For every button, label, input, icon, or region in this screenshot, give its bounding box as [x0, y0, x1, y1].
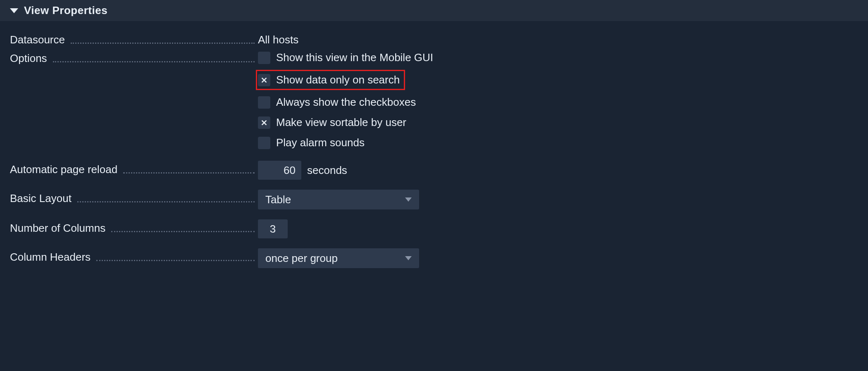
- row-num-columns: Number of Columns: [10, 219, 858, 238]
- panel-header[interactable]: View Properties: [0, 0, 868, 21]
- layout-select[interactable]: Table: [258, 190, 419, 209]
- checkbox[interactable]: [258, 74, 270, 86]
- columns-input[interactable]: [258, 219, 288, 238]
- dot-leader: [71, 36, 255, 44]
- option-label: Always show the checkboxes: [276, 96, 416, 109]
- checkbox[interactable]: [258, 52, 270, 64]
- dot-leader: [77, 195, 255, 203]
- headers-label: Column Headers: [10, 251, 91, 264]
- row-options: Options Show this view in the Mobile GUI…: [10, 50, 858, 151]
- reload-label: Automatic page reload: [10, 163, 117, 176]
- layout-select-value: Table: [265, 193, 291, 206]
- option-row: Show data only on search: [256, 70, 405, 90]
- panel-title: View Properties: [24, 4, 107, 17]
- checkbox[interactable]: [258, 117, 270, 129]
- dot-leader: [53, 55, 255, 63]
- collapse-icon: [10, 8, 18, 13]
- options-label: Options: [10, 52, 47, 65]
- row-basic-layout: Basic Layout Table: [10, 190, 858, 209]
- x-icon: [260, 119, 268, 126]
- chevron-down-icon: [405, 197, 412, 202]
- option-label: Make view sortable by user: [276, 116, 406, 129]
- option-label: Play alarm sounds: [276, 136, 365, 149]
- layout-label: Basic Layout: [10, 192, 72, 205]
- datasource-value: All hosts: [258, 31, 858, 46]
- reload-unit: seconds: [307, 164, 347, 177]
- dot-leader: [96, 253, 255, 262]
- checkbox[interactable]: [258, 137, 270, 149]
- option-row: Play alarm sounds: [258, 135, 858, 151]
- row-page-reload: Automatic page reload seconds: [10, 161, 858, 180]
- option-label: Show this view in the Mobile GUI: [276, 51, 433, 64]
- headers-select-value: once per group: [265, 252, 338, 265]
- row-column-headers: Column Headers once per group: [10, 248, 858, 268]
- datasource-label: Datasource: [10, 33, 65, 46]
- option-row: Make view sortable by user: [258, 114, 858, 131]
- option-label: Show data only on search: [276, 74, 400, 86]
- chevron-down-icon: [405, 256, 412, 260]
- checkbox[interactable]: [258, 96, 270, 109]
- columns-label: Number of Columns: [10, 222, 105, 235]
- headers-select[interactable]: once per group: [258, 248, 419, 268]
- reload-input[interactable]: [258, 161, 301, 180]
- row-datasource: Datasource All hosts: [10, 31, 858, 46]
- dot-leader: [111, 224, 255, 233]
- option-row: Show this view in the Mobile GUI: [258, 50, 858, 66]
- option-row: Always show the checkboxes: [258, 94, 858, 110]
- dot-leader: [123, 166, 255, 174]
- x-icon: [260, 76, 268, 84]
